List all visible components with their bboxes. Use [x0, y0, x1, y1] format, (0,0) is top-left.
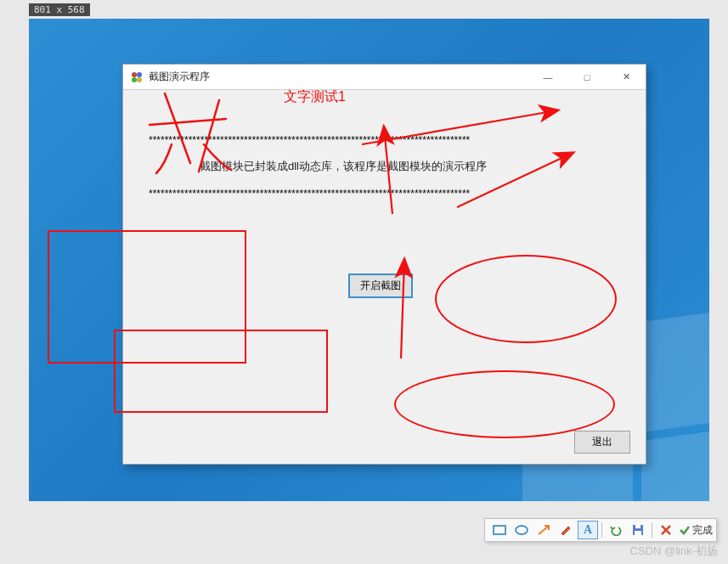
description-text: 截图模块已封装成dll动态库，该程序是截图模块的演示程序	[200, 158, 522, 176]
save-icon	[631, 524, 645, 536]
tool-brush[interactable]	[556, 521, 576, 539]
tool-done[interactable]: 完成	[679, 523, 713, 538]
svg-point-1	[137, 72, 142, 77]
cancel-icon	[660, 524, 672, 536]
toolbar-separator-1	[601, 522, 602, 538]
annotation-rectangle-2	[114, 330, 328, 413]
close-button[interactable]: ✕	[607, 65, 646, 90]
ellipse-icon	[515, 524, 528, 536]
screenshot-toolbar: A 完成	[484, 518, 717, 542]
divider-top: ****************************************…	[149, 134, 620, 146]
text-icon: A	[584, 523, 592, 537]
undo-icon	[609, 524, 623, 536]
brush-icon	[559, 524, 573, 536]
check-icon	[679, 524, 691, 536]
svg-rect-13	[635, 531, 641, 535]
svg-point-0	[132, 72, 137, 77]
window-title: 截图演示程序	[149, 70, 210, 84]
watermark: CSDN @link-初扬	[630, 544, 718, 559]
rectangle-icon	[493, 524, 506, 536]
svg-point-3	[137, 77, 142, 82]
tool-cancel[interactable]	[656, 521, 676, 539]
toolbar-separator-2	[652, 522, 652, 538]
svg-point-9	[516, 526, 528, 534]
exit-button[interactable]: 退出	[574, 431, 630, 454]
annotation-ellipse-2	[394, 370, 615, 438]
screenshot-selection-area[interactable]: 截图演示程序 — □ ✕ ***************************…	[29, 19, 709, 501]
open-screenshot-button[interactable]: 开启截图	[348, 274, 413, 298]
tool-text[interactable]: A	[578, 521, 598, 539]
app-icon	[130, 70, 144, 84]
annotation-ellipse-1	[435, 255, 617, 343]
tool-ellipse[interactable]	[511, 521, 532, 539]
tool-save[interactable]	[628, 521, 648, 539]
svg-rect-8	[494, 526, 505, 534]
divider-bottom: ****************************************…	[149, 188, 620, 200]
minimize-button[interactable]: —	[528, 65, 567, 90]
done-label: 完成	[692, 523, 713, 538]
annotation-text-1: 文字测试1	[284, 88, 346, 106]
svg-line-10	[539, 527, 548, 534]
arrow-icon	[537, 524, 550, 536]
maximize-button[interactable]: □	[567, 65, 607, 90]
tool-undo[interactable]	[606, 521, 626, 539]
svg-point-2	[132, 77, 137, 82]
svg-rect-12	[635, 525, 641, 528]
titlebar[interactable]: 截图演示程序 — □ ✕	[123, 65, 646, 90]
tool-arrow[interactable]	[533, 521, 554, 539]
selection-size-badge: 801 x 568	[29, 3, 90, 16]
tool-rectangle[interactable]	[489, 521, 510, 539]
